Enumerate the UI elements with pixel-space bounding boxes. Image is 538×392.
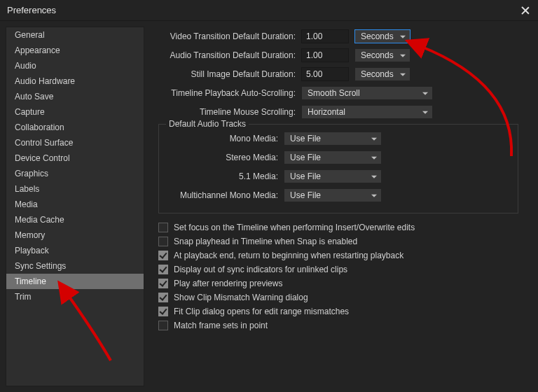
still-image-label: Still Image Default Duration: [156, 69, 296, 79]
check-out-of-sync[interactable]: Display out of sync indicators for unlin… [156, 262, 527, 276]
dropdown-value: Horizontal [308, 107, 345, 117]
sidebar-item-audio[interactable]: Audio [6, 58, 144, 74]
dropdown-value: Seconds [361, 50, 394, 60]
mono-media-label: Mono Media: [166, 134, 278, 144]
sidebar-item-label: Audio [15, 61, 36, 71]
sidebar-item-collaboration[interactable]: Collaboration [6, 120, 144, 135]
sidebar-item-capture[interactable]: Capture [6, 104, 144, 120]
chevron-down-icon [371, 138, 377, 141]
stereo-media-dropdown[interactable]: Use File [284, 150, 382, 164]
five1-media-dropdown[interactable]: Use File [284, 169, 382, 183]
checkbox-icon[interactable] [158, 279, 168, 288]
check-label: Match frame sets in point [174, 321, 268, 330]
dropdown-value: Use File [290, 190, 321, 200]
sidebar-item-device-control[interactable]: Device Control [6, 150, 144, 166]
sidebar-item-label: Capture [15, 107, 45, 117]
multi-media-dropdown[interactable]: Use File [284, 188, 382, 202]
check-fit-clip[interactable]: Fit Clip dialog opens for edit range mis… [156, 304, 527, 318]
dropdown-value: Use File [290, 134, 321, 144]
checkbox-list: Set focus on the Timeline when performin… [156, 220, 527, 332]
audio-transition-unit-dropdown[interactable]: Seconds [354, 48, 411, 62]
check-snap-playhead[interactable]: Snap playhead in Timeline when Snap is e… [156, 234, 527, 248]
mouse-scroll-dropdown[interactable]: Horizontal [301, 105, 433, 119]
video-transition-label: Video Transition Default Duration: [156, 31, 296, 41]
dropdown-value: Use File [290, 172, 321, 181]
sidebar-item-label: Collaboration [15, 122, 64, 132]
sidebar-item-label: Device Control [15, 153, 70, 163]
sidebar-item-label: Appearance [15, 46, 60, 55]
sidebar-item-label: Media Cache [15, 215, 64, 225]
check-clip-mismatch[interactable]: Show Clip Mismatch Warning dialog [156, 290, 527, 304]
checkbox-icon[interactable] [158, 251, 168, 260]
sidebar: General Appearance Audio Audio Hardware … [6, 27, 144, 386]
dropdown-value: Seconds [361, 69, 394, 79]
sidebar-item-label: Memory [15, 230, 45, 240]
sidebar-item-label: Audio Hardware [15, 76, 75, 86]
check-match-frame[interactable]: Match frame sets in point [156, 318, 527, 332]
window-title: Preferences [7, 5, 56, 15]
video-transition-unit-dropdown[interactable]: Seconds [354, 29, 411, 43]
checkbox-icon[interactable] [158, 293, 168, 302]
chevron-down-icon [400, 36, 406, 38]
check-playback-end[interactable]: At playback end, return to beginning whe… [156, 248, 527, 262]
check-label: Set focus on the Timeline when performin… [174, 223, 415, 232]
checkbox-icon[interactable] [158, 223, 168, 232]
chevron-down-icon [371, 176, 377, 178]
dropdown-value: Seconds [361, 31, 394, 41]
sidebar-item-label: Playback [15, 246, 49, 255]
dropdown-value: Use File [290, 153, 321, 162]
sidebar-item-sync-settings[interactable]: Sync Settings [6, 258, 144, 274]
sidebar-item-label: Media [15, 200, 38, 209]
chevron-down-icon [422, 111, 428, 114]
audio-transition-label: Audio Transition Default Duration: [156, 50, 296, 60]
audio-transition-value[interactable] [301, 48, 349, 62]
sidebar-item-appearance[interactable]: Appearance [6, 43, 144, 58]
checkbox-icon[interactable] [158, 265, 168, 274]
video-transition-value[interactable] [301, 29, 349, 43]
check-label: Play after rendering previews [174, 279, 282, 288]
checkbox-icon[interactable] [158, 237, 168, 246]
sidebar-item-trim[interactable]: Trim [6, 289, 144, 304]
chevron-down-icon [422, 92, 428, 95]
sidebar-item-label: Auto Save [15, 92, 53, 102]
stereo-media-label: Stereo Media: [166, 153, 278, 162]
check-label: Display out of sync indicators for unlin… [174, 265, 347, 274]
sidebar-item-general[interactable]: General [6, 27, 144, 43]
sidebar-item-label: Trim [15, 292, 32, 302]
check-set-focus[interactable]: Set focus on the Timeline when performin… [156, 220, 527, 234]
mouse-scroll-label: Timeline Mouse Scrolling: [156, 107, 296, 117]
sidebar-item-memory[interactable]: Memory [6, 227, 144, 243]
group-legend: Default Audio Tracks [166, 119, 249, 129]
sidebar-item-control-surface[interactable]: Control Surface [6, 135, 144, 150]
mono-media-dropdown[interactable]: Use File [284, 132, 382, 146]
sidebar-item-label: Labels [15, 184, 39, 194]
sidebar-item-labels[interactable]: Labels [6, 181, 144, 197]
chevron-down-icon [400, 74, 406, 76]
dropdown-value: Smooth Scroll [308, 88, 360, 98]
multi-media-label: Multichannel Mono Media: [166, 190, 278, 200]
check-label: Snap playhead in Timeline when Snap is e… [174, 237, 357, 246]
chevron-down-icon [371, 195, 377, 197]
sidebar-item-label: Timeline [15, 276, 46, 286]
checkbox-icon[interactable] [158, 307, 168, 316]
sidebar-item-label: Control Surface [15, 138, 73, 148]
titlebar: Preferences [0, 0, 538, 21]
sidebar-item-media[interactable]: Media [6, 197, 144, 212]
sidebar-item-audio-hardware[interactable]: Audio Hardware [6, 74, 144, 89]
sidebar-item-timeline[interactable]: Timeline [6, 274, 144, 289]
still-image-unit-dropdown[interactable]: Seconds [354, 67, 411, 81]
check-play-after-render[interactable]: Play after rendering previews [156, 276, 527, 290]
checkbox-icon[interactable] [158, 321, 168, 330]
sidebar-item-label: General [15, 30, 45, 40]
sidebar-item-auto-save[interactable]: Auto Save [6, 89, 144, 104]
check-label: At playback end, return to beginning whe… [174, 251, 404, 260]
sidebar-item-graphics[interactable]: Graphics [6, 166, 144, 181]
sidebar-item-media-cache[interactable]: Media Cache [6, 212, 144, 227]
playback-scroll-label: Timeline Playback Auto-Scrolling: [156, 88, 296, 98]
close-icon[interactable] [520, 5, 531, 16]
still-image-value[interactable] [301, 67, 349, 81]
chevron-down-icon [400, 55, 406, 57]
default-audio-tracks-group: Default Audio Tracks Mono Media: Use Fil… [158, 124, 518, 214]
playback-scroll-dropdown[interactable]: Smooth Scroll [301, 86, 433, 100]
sidebar-item-playback[interactable]: Playback [6, 243, 144, 258]
